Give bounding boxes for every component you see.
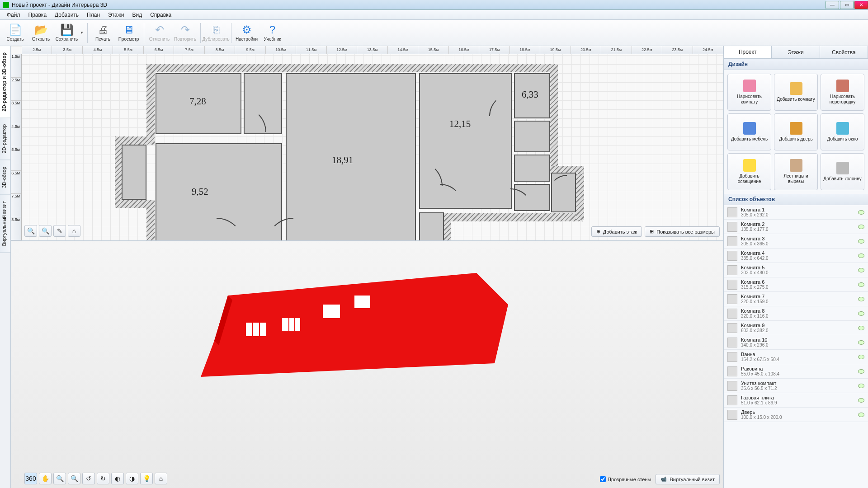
- visibility-toggle-icon[interactable]: [858, 282, 864, 287]
- visibility-toggle-icon[interactable]: [858, 340, 864, 345]
- rtab-Проект[interactable]: Проект: [724, 46, 772, 58]
- show-sizes-button[interactable]: ⊞Показывать все размеры: [645, 226, 720, 237]
- object-row[interactable]: Комната 2135.0 x 177.0: [724, 220, 868, 234]
- design-icon: [836, 162, 849, 174]
- canvas-2d[interactable]: 2.5м3.5м4.5м5.5м6.5м7.5м8.5м9.5м10.5м11.…: [11, 46, 723, 240]
- room-bath1[interactable]: [514, 121, 550, 152]
- object-row[interactable]: Комната 3305.0 x 365.0: [724, 234, 868, 249]
- home-button[interactable]: ⌂: [68, 225, 80, 237]
- object-row[interactable]: Ванна154.2 x 67.5 x 50.4: [724, 350, 868, 364]
- toolbar-save-button[interactable]: 💾Сохранить: [54, 22, 79, 44]
- object-row[interactable]: Комната 1305.0 x 292.0: [724, 205, 868, 220]
- rtab-Свойства[interactable]: Свойства: [820, 46, 868, 58]
- home-3d-button[interactable]: ⌂: [155, 473, 167, 484]
- zoom-in-3d-button[interactable]: 🔍: [68, 473, 80, 484]
- visibility-toggle-icon[interactable]: [858, 225, 864, 229]
- object-icon: [727, 323, 737, 333]
- object-row[interactable]: Газовая плита51.0 x 62.1 x 86.9: [724, 393, 868, 408]
- toolbar-tutorial-button[interactable]: ?Учебник: [260, 22, 285, 44]
- visibility-toggle-icon[interactable]: [858, 355, 864, 359]
- maximize-button[interactable]: ▭: [840, 1, 854, 9]
- canvas-3d[interactable]: 360 ✋ 🔍 🔍 ↺ ↻ ◐ ◑ 💡 ⌂ Прозрачные стены 📹…: [11, 240, 723, 488]
- rotate-left-button[interactable]: ↺: [82, 473, 95, 484]
- menu-Добавить[interactable]: Добавить: [51, 11, 83, 19]
- menu-Правка[interactable]: Правка: [24, 11, 51, 19]
- design-icon: [743, 122, 756, 135]
- transparent-walls-checkbox[interactable]: Прозрачные стены: [600, 476, 651, 482]
- toolbar-print-button[interactable]: 🖨Печать: [90, 22, 115, 44]
- floor-plan[interactable]: 7,28 18,91 12,15 6,33 9,52: [146, 64, 562, 240]
- design-button[interactable]: Лестницы и вырезы: [774, 153, 818, 190]
- toolbar-preview-button[interactable]: 🖥Просмотр: [116, 22, 141, 44]
- toolbar-open-button[interactable]: 📂Открыть: [28, 22, 53, 44]
- object-row[interactable]: Комната 7220.0 x 159.0: [724, 292, 868, 306]
- object-row[interactable]: Комната 5303.0 x 480.0: [724, 263, 868, 277]
- design-button[interactable]: Добавить дверь: [774, 113, 818, 150]
- vtab-2[interactable]: 3D-обзор: [0, 160, 10, 195]
- pencil-button[interactable]: ✎: [53, 225, 66, 237]
- visibility-toggle-icon[interactable]: [858, 369, 864, 374]
- close-button[interactable]: ✕: [854, 1, 868, 9]
- design-button[interactable]: Добавить окно: [821, 113, 864, 150]
- view-mode-1-button[interactable]: ◐: [111, 473, 124, 484]
- zoom-out-3d-button[interactable]: 🔍: [53, 473, 66, 484]
- room-3[interactable]: [419, 73, 512, 209]
- save-dropdown[interactable]: ▼: [79, 22, 85, 44]
- menu-Вид[interactable]: Вид: [128, 11, 146, 19]
- toolbar-dup-button[interactable]: ⎘Дублировать: [203, 22, 228, 44]
- design-button[interactable]: Нарисовать комнату: [727, 74, 771, 111]
- minimize-button[interactable]: —: [826, 1, 839, 9]
- object-row[interactable]: Дверь100.0 x 15.0 x 200.0: [724, 408, 868, 422]
- light-button[interactable]: 💡: [140, 473, 153, 484]
- design-button[interactable]: Добавить комнату: [774, 74, 818, 111]
- design-label: Лестницы и вырезы: [776, 174, 816, 184]
- visibility-toggle-icon[interactable]: [858, 297, 864, 301]
- visibility-toggle-icon[interactable]: [858, 413, 864, 417]
- room-bath2[interactable]: [514, 155, 550, 182]
- object-row[interactable]: Комната 9603.0 x 382.0: [724, 321, 868, 335]
- menu-План[interactable]: План: [83, 11, 104, 19]
- zoom-out-button[interactable]: 🔍: [24, 225, 37, 237]
- design-button[interactable]: Нарисовать перегородку: [821, 74, 864, 111]
- toolbar-settings-button[interactable]: ⚙Настройки: [234, 22, 259, 44]
- vtab-0[interactable]: 2D-редактор и 3D-обзор: [0, 46, 10, 118]
- design-button[interactable]: Добавить колонну: [821, 153, 864, 190]
- room-balcony-left[interactable]: [122, 145, 146, 200]
- toolbar-create-button[interactable]: 📄Создать: [3, 22, 28, 44]
- zoom-in-button[interactable]: 🔍: [39, 225, 52, 237]
- menu-Файл[interactable]: Файл: [3, 11, 24, 19]
- design-button[interactable]: Добавить освещение: [727, 153, 771, 190]
- pan-button[interactable]: ✋: [39, 473, 52, 484]
- visibility-toggle-icon[interactable]: [858, 253, 864, 258]
- vtab-1[interactable]: 2D-редактор: [0, 118, 10, 160]
- menu-Справка[interactable]: Справка: [146, 11, 175, 19]
- visibility-toggle-icon[interactable]: [858, 326, 864, 330]
- design-button[interactable]: Добавить мебель: [727, 113, 771, 150]
- visibility-toggle-icon[interactable]: [858, 384, 864, 388]
- rtab-Этажи[interactable]: Этажи: [772, 46, 820, 58]
- visibility-toggle-icon[interactable]: [858, 268, 864, 272]
- object-row[interactable]: Комната 8220.0 x 116.0: [724, 306, 868, 321]
- visibility-toggle-icon[interactable]: [858, 311, 864, 316]
- toolbar-undo-button[interactable]: ↶Отменить: [147, 22, 172, 44]
- view-mode-2-button[interactable]: ◑: [126, 473, 138, 484]
- object-row[interactable]: Комната 10140.0 x 296.0: [724, 335, 868, 350]
- visibility-toggle-icon[interactable]: [858, 398, 864, 403]
- menu-Этажи[interactable]: Этажи: [104, 11, 128, 19]
- room-hall-bottom[interactable]: [419, 212, 444, 240]
- object-list[interactable]: Комната 1305.0 x 292.0Комната 2135.0 x 1…: [724, 205, 868, 488]
- add-floor-button[interactable]: ⊕Добавить этаж: [591, 226, 642, 237]
- object-row[interactable]: Комната 4335.0 x 642.0: [724, 249, 868, 263]
- visibility-toggle-icon[interactable]: [858, 239, 864, 244]
- rotate-right-button[interactable]: ↻: [97, 473, 109, 484]
- object-row[interactable]: Комната 6315.0 x 275.0: [724, 277, 868, 292]
- object-row[interactable]: Унитаз компакт35.6 x 56.5 x 71.2: [724, 379, 868, 393]
- object-name: Комната 2: [741, 221, 854, 227]
- 3d-model[interactable]: [196, 259, 513, 381]
- visibility-toggle-icon[interactable]: [858, 210, 864, 215]
- vtab-3[interactable]: Виртуальный визит: [0, 195, 10, 253]
- toolbar-redo-button[interactable]: ↷Повторить: [173, 22, 198, 44]
- rotate-360-button[interactable]: 360: [24, 473, 37, 484]
- object-row[interactable]: Раковина55.0 x 45.0 x 108.4: [724, 364, 868, 379]
- virtual-visit-button[interactable]: 📹Виртуальный визит: [656, 474, 720, 484]
